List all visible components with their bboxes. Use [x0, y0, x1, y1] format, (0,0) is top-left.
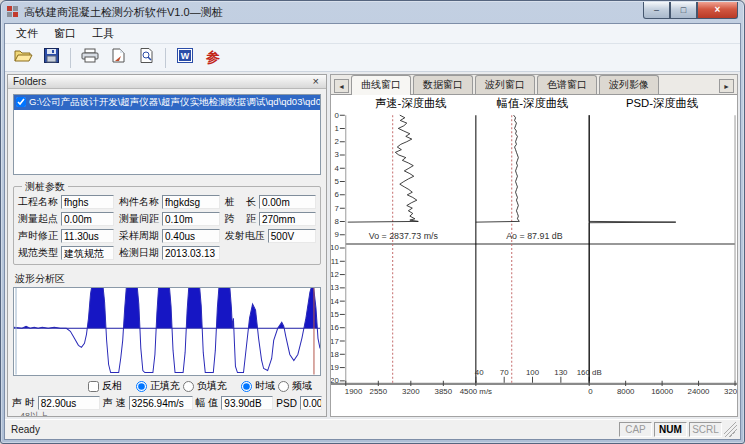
svg-text:14: 14 [331, 297, 339, 306]
app-window: 高铁建商混凝土检测分析软件V1.0—测桩 – □ × 文件 窗口 工具 [0, 0, 745, 444]
measure-start-label: 测量起点 [18, 212, 58, 226]
print-button[interactable] [77, 46, 103, 70]
file-list[interactable]: G:\公司产品设计开发\超声仪器\超声仪实地检测数据调试\qd\qd03\qd0… [13, 94, 321, 175]
svg-text:6: 6 [334, 190, 339, 199]
open-file-button[interactable] [10, 46, 36, 70]
sampling-period-label: 采样周期 [119, 229, 159, 243]
svg-text:19: 19 [331, 363, 339, 372]
invert-label: 反相 [102, 379, 122, 393]
preview-magnifier-icon [139, 48, 154, 67]
file-path: G:\公司产品设计开发\超声仪器\超声仪实地检测数据调试\qd\qd03\qd0… [29, 96, 320, 109]
sound-time-value[interactable]: 82.90us [38, 396, 100, 410]
tab-wavetrain-window[interactable]: 波列窗口 [475, 75, 535, 94]
svg-text:W: W [181, 51, 190, 61]
file-checkbox[interactable] [16, 97, 26, 107]
printer-icon [81, 48, 100, 67]
scroll-lock-indicator: SCRL [689, 422, 722, 437]
sampling-period-value[interactable]: 0.40us [162, 229, 220, 243]
svg-text:12: 12 [331, 270, 339, 279]
transmit-voltage-value[interactable]: 500V [268, 229, 316, 243]
measure-interval-label: 测量间距 [119, 212, 159, 226]
span-distance-label: 跨 距 [225, 212, 256, 226]
tab-spectrum-window[interactable]: 色谱窗口 [537, 75, 597, 94]
svg-text:0: 0 [588, 387, 593, 396]
waveform-controls: 反相 正填充 负填充 时域 频域 声 时 82.90us 声 速 3256.94… [8, 376, 326, 416]
maximize-button[interactable]: □ [670, 2, 697, 19]
menu-bar: 文件 窗口 工具 [5, 24, 740, 44]
sound-speed-label: 声 速 [103, 396, 126, 410]
status-bar: Ready CAP NUM SCRL [5, 419, 740, 439]
toolbar-separator [70, 48, 71, 68]
svg-text:70: 70 [500, 368, 509, 377]
svg-text:2: 2 [334, 137, 339, 146]
folders-panel-header: Folders × [8, 75, 326, 89]
measure-start-value[interactable]: 0.00m [61, 212, 114, 226]
fill-negative-radio[interactable] [183, 381, 194, 392]
file-list-item[interactable]: G:\公司产品设计开发\超声仪器\超声仪实地检测数据调试\qd\qd03\qd0… [14, 95, 320, 110]
svg-text:130: 130 [554, 368, 568, 377]
svg-text:9: 9 [334, 230, 339, 239]
svg-text:15: 15 [331, 310, 339, 319]
svg-text:11: 11 [331, 257, 339, 266]
svg-text:32000: 32000 [724, 387, 737, 396]
sound-speed-value[interactable]: 3256.94m/s [129, 396, 193, 410]
menu-tools[interactable]: 工具 [85, 24, 121, 43]
amplitude-value[interactable]: 93.90dB [221, 396, 273, 410]
svg-text:5: 5 [334, 177, 339, 186]
menu-file[interactable]: 文件 [9, 24, 45, 43]
page-export-icon [111, 48, 126, 67]
svg-text:幅值-深度曲线: 幅值-深度曲线 [497, 97, 569, 109]
psd-value[interactable]: 0.00us^2/m [300, 396, 322, 410]
save-button[interactable] [38, 46, 64, 70]
num-lock-indicator: NUM [654, 422, 687, 437]
resize-grip[interactable] [724, 422, 737, 437]
measure-interval-value[interactable]: 0.10m [162, 212, 220, 226]
panel-close-icon[interactable]: × [311, 76, 321, 86]
sound-time-correction-label: 声时修正 [18, 229, 58, 243]
export-button[interactable] [105, 46, 131, 70]
svg-text:17: 17 [331, 336, 339, 345]
freq-domain-radio[interactable] [278, 381, 289, 392]
menu-window[interactable]: 窗口 [47, 24, 83, 43]
spec-type-value[interactable]: 建筑规范 [61, 246, 114, 260]
test-date-value[interactable]: 2013.03.13 [162, 246, 220, 260]
tab-scroll-left-icon[interactable]: ◄ [334, 79, 349, 93]
span-distance-value[interactable]: 270mm [259, 212, 316, 226]
fill-negative-label: 负填充 [197, 379, 227, 393]
component-name-value[interactable]: fhgkdsg [162, 195, 220, 209]
svg-text:0: 0 [334, 111, 339, 120]
svg-text:3850: 3850 [435, 387, 453, 396]
waveform-plot[interactable] [13, 287, 321, 376]
tab-wavetrain-image[interactable]: 波列影像 [599, 75, 659, 94]
invert-checkbox[interactable] [88, 381, 99, 392]
tab-curve-window[interactable]: 曲线窗口 [351, 75, 411, 95]
tab-data-window[interactable]: 数据窗口 [413, 75, 473, 94]
svg-text:16: 16 [331, 323, 339, 332]
print-preview-button[interactable] [133, 46, 159, 70]
word-report-button[interactable]: W [172, 46, 198, 70]
close-button[interactable]: × [697, 2, 738, 19]
fill-positive-radio[interactable] [136, 381, 147, 392]
svg-text:16000: 16000 [651, 387, 673, 396]
project-name-value[interactable]: fhghs [61, 195, 114, 209]
minimize-button[interactable]: – [643, 2, 670, 19]
pile-parameters-title: 测桩参数 [22, 180, 68, 194]
depth-charts[interactable]: 01234567891011121314151617181920声速-深度曲线1… [331, 95, 737, 416]
time-domain-radio[interactable] [241, 381, 252, 392]
tab-bar: ◄ 曲线窗口 数据窗口 波列窗口 色谱窗口 波列影像 ► [331, 75, 737, 95]
window-title: 高铁建商混凝土检测分析软件V1.0—测桩 [24, 5, 223, 20]
parameters-icon: 参 [206, 49, 220, 67]
workspace: Folders × G:\公司产品设计开发\超声仪器\超声仪实地检测数据调试\q… [5, 72, 740, 419]
svg-text:3200: 3200 [402, 387, 420, 396]
svg-text:24000: 24000 [688, 387, 710, 396]
waveform-area-title: 波形分析区 [15, 272, 319, 286]
svg-text:Vo = 2837.73 m/s: Vo = 2837.73 m/s [369, 231, 439, 241]
pile-length-value[interactable]: 0.00m [259, 195, 316, 209]
pile-length-label: 桩 长 [225, 195, 256, 209]
svg-text:40: 40 [475, 368, 484, 377]
sound-time-correction-value[interactable]: 11.30us [61, 229, 114, 243]
tab-scroll-right-icon[interactable]: ► [719, 79, 734, 93]
parameters-button[interactable]: 参 [200, 46, 226, 70]
titlebar: 高铁建商混凝土检测分析软件V1.0—测桩 – □ × [1, 1, 744, 23]
psd-label: PSD [276, 398, 297, 409]
